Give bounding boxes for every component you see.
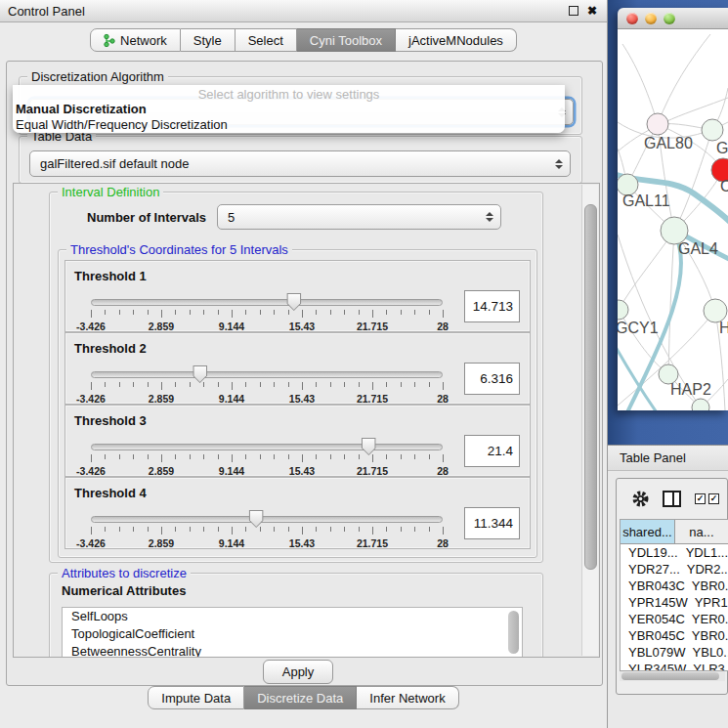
tab-select[interactable]: Select: [236, 28, 297, 52]
slider-track[interactable]: [91, 371, 443, 378]
table-row[interactable]: YDL19...YDL1...: [621, 544, 728, 561]
network-canvas[interactable]: GAL80GACGAL11GAL4GCY1HHAP2: [618, 29, 728, 410]
tick-mark: [260, 454, 261, 459]
minimize-traffic-light-icon[interactable]: [645, 13, 657, 24]
slider-track[interactable]: [91, 444, 443, 450]
panel-scrollbar[interactable]: [581, 185, 598, 656]
slider-track[interactable]: [91, 299, 443, 306]
tick-mark: [245, 454, 246, 459]
threshold-value-field[interactable]: 6.316: [464, 363, 520, 395]
tick-mark: [429, 454, 430, 459]
tick-mark: [359, 382, 360, 387]
slider-thumb[interactable]: [193, 365, 207, 383]
network-node-label: GAL4: [678, 240, 718, 257]
checkbox-icon: ✓: [695, 493, 706, 504]
attribute-item[interactable]: TopologicalCoefficient: [63, 625, 522, 643]
threshold-value-field[interactable]: 21.4: [464, 435, 520, 467]
tick-mark: [330, 454, 331, 459]
algorithm-option[interactable]: Equal Width/Frequency Discretization: [13, 117, 565, 133]
panel-scrollbar-thumb[interactable]: [584, 204, 597, 570]
threshold-panel: Threshold 2 -3.4262.8599.14415.4321.7152…: [64, 332, 531, 405]
tick-mark: [316, 382, 317, 387]
tick-mark: [119, 454, 120, 459]
number-of-intervals-combobox[interactable]: 5: [217, 204, 501, 230]
cell-name: YBR0...: [685, 628, 728, 643]
tab-impute-data[interactable]: Impute Data: [148, 686, 244, 709]
network-node[interactable]: [702, 119, 723, 141]
tab-jactivemnodules[interactable]: jActiveMNodules: [396, 28, 517, 52]
tab-cyni-toolbox[interactable]: Cyni Toolbox: [297, 28, 396, 52]
table-row[interactable]: YBR043CYBR0...: [621, 578, 728, 594]
threshold-value-field[interactable]: 14.713: [464, 290, 520, 322]
slider-tick-labels: -3.4262.8599.14415.4321.71528: [91, 321, 443, 332]
zoom-traffic-light-icon[interactable]: [664, 13, 675, 24]
network-node[interactable]: [618, 300, 628, 320]
table-hscrollbar[interactable]: [620, 671, 725, 681]
attribute-item[interactable]: BetweennessCentrality: [63, 643, 522, 658]
table-row[interactable]: YLR345WYLR3...: [621, 661, 728, 671]
threshold-value-field[interactable]: 11.344: [464, 507, 520, 539]
tick-label: 9.144: [219, 537, 244, 549]
slider-thumb[interactable]: [249, 510, 264, 528]
tick-mark: [105, 310, 106, 315]
numerical-attributes-list[interactable]: SelfLoopsTopologicalCoefficientBetweenne…: [62, 607, 523, 658]
tick-mark: [148, 310, 149, 315]
table-panel-title: Table Panel: [620, 450, 686, 465]
threshold-label: Threshold 2: [74, 341, 147, 356]
algorithm-option[interactable]: Manual Discretization: [13, 102, 565, 117]
threshold-slider[interactable]: -3.4262.8599.14415.4321.71528: [91, 292, 443, 329]
tab-style[interactable]: Style: [181, 28, 236, 52]
close-traffic-light-icon[interactable]: [626, 13, 638, 24]
columns-icon[interactable]: [663, 491, 681, 507]
threshold-slider[interactable]: -3.4262.8599.14415.4321.71528: [91, 509, 443, 546]
tick-label: 21.715: [357, 537, 388, 549]
close-icon[interactable]: ✖: [587, 5, 597, 17]
table-row[interactable]: YBL079WYBL0...: [621, 644, 728, 661]
threshold-panel: Threshold 3 -3.4262.8599.14415.4321.7152…: [64, 405, 531, 477]
table-row[interactable]: YBR045CYBR0...: [621, 627, 728, 644]
list-scrollbar[interactable]: [508, 611, 519, 654]
tick-mark: [288, 310, 289, 315]
threshold-slider[interactable]: -3.4262.8599.14415.4321.71528: [91, 364, 443, 402]
table-hscrollbar-thumb[interactable]: [621, 672, 719, 680]
network-node[interactable]: [647, 113, 668, 135]
cell-shared-name: YBL079W: [621, 645, 686, 660]
tick-label: 15.43: [289, 537, 315, 549]
threshold-slider[interactable]: -3.4262.8599.14415.4321.71528: [91, 437, 443, 474]
network-view-window: GAL80GACGAL11GAL4GCY1HHAP2: [618, 8, 728, 410]
tab-discretize-data[interactable]: Discretize Data: [244, 686, 357, 709]
slider-thumb[interactable]: [286, 293, 301, 311]
tick-mark: [232, 382, 233, 390]
table-data-combobox[interactable]: galFiltered.sif default node: [29, 150, 571, 177]
tick-mark: [344, 310, 345, 315]
network-node[interactable]: [692, 399, 709, 410]
table-row[interactable]: YER054CYER0...: [621, 611, 728, 627]
float-window-icon[interactable]: [569, 6, 578, 16]
tick-label: 28: [437, 393, 449, 405]
column-header-shared[interactable]: shared...: [621, 520, 675, 543]
slider-thumb[interactable]: [362, 438, 376, 455]
gear-icon[interactable]: [632, 491, 649, 507]
network-icon: [104, 33, 115, 48]
tick-label: 9.144: [219, 321, 244, 332]
tick-mark: [133, 382, 134, 387]
table-row[interactable]: YDR27...YDR2...: [621, 561, 728, 578]
tick-mark: [203, 382, 204, 387]
tick-label: 28: [437, 465, 449, 477]
tick-label: 9.144: [219, 465, 244, 477]
column-header-name[interactable]: na...: [675, 520, 728, 543]
slider-tick-labels: -3.4262.8599.14415.4321.71528: [91, 393, 443, 405]
table-row[interactable]: YPR145WYPR1...: [621, 594, 728, 611]
tick-mark: [443, 454, 444, 462]
tick-mark: [316, 310, 317, 315]
select-columns-icons[interactable]: ✓ ✓: [695, 493, 719, 504]
tab-network[interactable]: Network: [90, 28, 181, 52]
apply-button[interactable]: Apply: [263, 660, 333, 684]
tab-infer-network[interactable]: Infer Network: [357, 686, 458, 709]
table-data-group: Table Data galFiltered.sif default node: [19, 136, 582, 184]
tick-mark: [372, 454, 373, 462]
tick-mark: [414, 527, 415, 532]
attribute-item[interactable]: SelfLoops: [63, 608, 522, 625]
slider-track[interactable]: [91, 516, 443, 523]
tick-label: 21.715: [357, 465, 388, 477]
